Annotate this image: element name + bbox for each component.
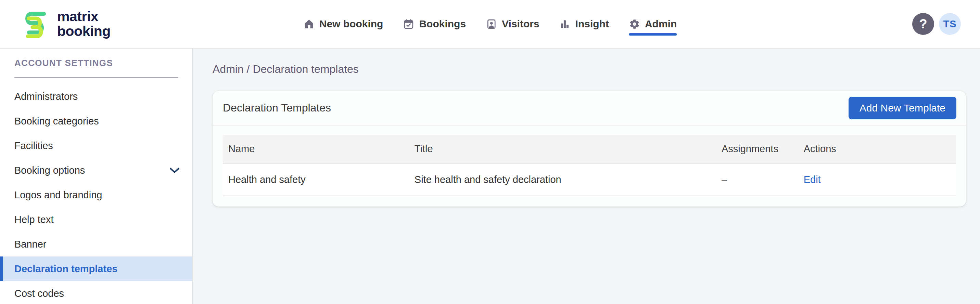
avatar[interactable]: TS: [939, 13, 961, 35]
nav-item-visitors[interactable]: Visitors: [486, 0, 539, 48]
sidebar-section-title: ACCOUNT SETTINGS: [14, 58, 178, 68]
matrix-booking-logo[interactable]: matrix booking: [19, 8, 111, 40]
nav-label: Insight: [575, 18, 609, 30]
cell-name: Health and safety: [223, 163, 409, 196]
sidebar-item-label: Banner: [14, 239, 46, 250]
sidebar-item-logos-and-branding[interactable]: Logos and branding: [0, 183, 192, 207]
sidebar-item-label: Declaration templates: [14, 263, 118, 275]
visitor-badge-icon: [486, 19, 497, 30]
column-header-title: Title: [409, 135, 716, 163]
main-content: Admin / Declaration templates Declaratio…: [193, 49, 980, 304]
top-header: matrix booking New booking Bookings: [0, 0, 980, 49]
column-header-assignments: Assignments: [716, 135, 798, 163]
nav-label: Bookings: [419, 18, 466, 30]
nav-item-insight[interactable]: Insight: [559, 0, 609, 48]
gear-icon: [629, 19, 640, 30]
sidebar-item-booking-categories[interactable]: Booking categories: [0, 109, 192, 133]
sidebar-item-booking-options[interactable]: Booking options: [0, 158, 192, 183]
sidebar-item-label: Booking categories: [14, 116, 99, 127]
edit-link[interactable]: Edit: [804, 174, 821, 185]
logo-wordmark: matrix booking: [57, 9, 111, 39]
templates-table-wrap: Name Title Assignments Actions Health an…: [213, 125, 966, 207]
cell-title: Site health and safety declaration: [409, 163, 716, 196]
sidebar-item-label: Facilities: [14, 140, 53, 152]
breadcrumb-admin[interactable]: Admin: [213, 63, 244, 75]
sidebar-item-label: Booking options: [14, 165, 85, 176]
sidebar-divider: [14, 77, 178, 78]
app-root: matrix booking New booking Bookings: [0, 0, 980, 304]
templates-table: Name Title Assignments Actions Health an…: [223, 135, 956, 196]
column-header-name: Name: [223, 135, 409, 163]
sidebar-item-label: Logos and branding: [14, 190, 102, 201]
sidebar-item-cost-codes[interactable]: Cost codes: [0, 281, 192, 304]
nav-item-bookings[interactable]: Bookings: [403, 0, 466, 48]
help-button[interactable]: ?: [912, 13, 934, 35]
nav-label: New booking: [319, 18, 383, 30]
sidebar-item-label: Cost codes: [14, 288, 64, 299]
table-row: Health and safety Site health and safety…: [223, 163, 956, 196]
table-header-row: Name Title Assignments Actions: [223, 135, 956, 163]
sidebar-item-banner[interactable]: Banner: [0, 232, 192, 256]
nav-label: Visitors: [502, 18, 539, 30]
nav-label: Admin: [645, 18, 677, 30]
logo-line1: matrix: [57, 9, 111, 24]
declaration-templates-card: Declaration Templates Add New Template N…: [213, 91, 966, 207]
add-new-template-button[interactable]: Add New Template: [848, 97, 956, 119]
matrix-booking-logo-icon: [19, 8, 52, 40]
card-header: Declaration Templates Add New Template: [213, 91, 966, 125]
nav-item-new-booking[interactable]: New booking: [303, 0, 383, 48]
primary-nav: New booking Bookings Visitors: [303, 0, 677, 48]
house-icon: [303, 19, 315, 30]
calendar-check-icon: [403, 19, 414, 30]
sidebar-nav: Administrators Booking categories Facili…: [0, 84, 192, 304]
sidebar: ACCOUNT SETTINGS Administrators Booking …: [0, 49, 193, 304]
logo-line2: booking: [57, 24, 111, 39]
sidebar-item-help-text[interactable]: Help text: [0, 207, 192, 232]
header-right-cluster: ? TS: [912, 13, 961, 35]
chevron-down-icon: [169, 167, 180, 174]
card-title: Declaration Templates: [223, 101, 331, 114]
sidebar-item-declaration-templates[interactable]: Declaration templates: [0, 256, 192, 281]
breadcrumb: Admin / Declaration templates: [213, 63, 966, 75]
sidebar-item-label: Help text: [14, 214, 53, 225]
sidebar-item-label: Administrators: [14, 91, 78, 102]
bar-chart-icon: [559, 19, 571, 30]
sidebar-item-administrators[interactable]: Administrators: [0, 84, 192, 109]
sidebar-item-facilities[interactable]: Facilities: [0, 133, 192, 158]
column-header-actions: Actions: [798, 135, 956, 163]
cell-assignments: –: [716, 163, 798, 196]
breadcrumb-current: Declaration templates: [253, 63, 358, 75]
nav-item-admin[interactable]: Admin: [629, 0, 677, 48]
breadcrumb-separator: /: [244, 63, 253, 75]
